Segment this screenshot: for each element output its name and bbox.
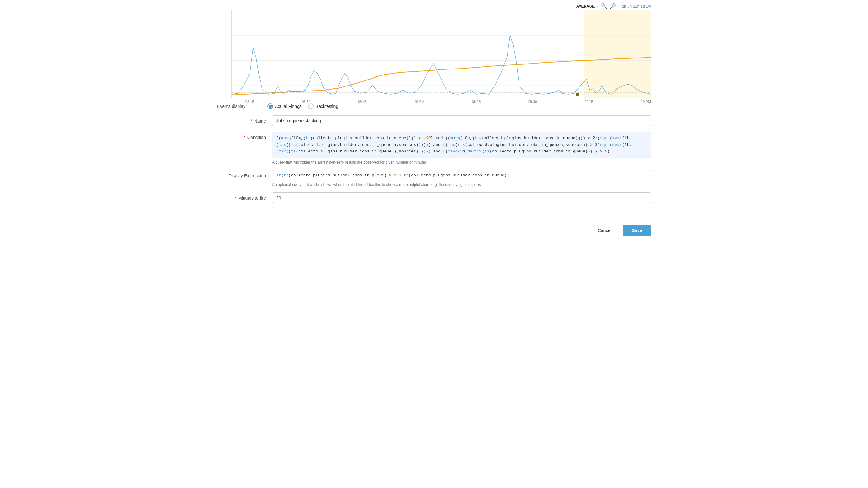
x-label-0945: 09:45: [585, 100, 593, 104]
condition-required-star: *: [244, 135, 245, 140]
radio-actual-firings-circle[interactable]: [268, 104, 273, 109]
name-label: * Name: [217, 115, 272, 123]
zoom-out-icon[interactable]: 🔎: [610, 3, 616, 9]
main-container: AVERAGE · 🔍 🔎 · 2h 6h 12h 1d 1w 7k 6k 5k…: [211, 0, 657, 243]
condition-hint: A query that will trigger the alert if n…: [272, 160, 651, 165]
chart-container: 7k 6k 5k 4k 3k 2k 1k 0: [231, 10, 651, 104]
button-row: Cancel Save: [217, 221, 651, 236]
save-button[interactable]: Save: [623, 225, 651, 236]
x-label-0930: 09:30: [528, 100, 537, 104]
time-link-2h[interactable]: 2h: [622, 4, 626, 8]
zoom-in-icon[interactable]: 🔍: [601, 3, 607, 9]
x-label-0915: 09:15: [472, 100, 481, 104]
dot-separator2: ·: [618, 4, 619, 8]
display-expression-label-text: Display Expression: [228, 173, 266, 178]
minutes-input[interactable]: [272, 193, 651, 203]
radio-backtesting-label: Backtesting: [315, 104, 338, 109]
condition-input[interactable]: ((mavg(10m,(ts(collectd.plugins.builder.…: [272, 132, 651, 158]
name-input[interactable]: [272, 115, 651, 126]
chart-area: 7k 6k 5k 4k 3k 2k 1k 0: [231, 10, 651, 98]
x-axis: 08:15 08:30 08:45 09 PM 09:15 09:30 09:4…: [245, 100, 651, 104]
minutes-required-star: *: [235, 196, 236, 201]
radio-backtesting[interactable]: Backtesting: [308, 104, 338, 109]
display-expression-label: Display Expression: [217, 170, 272, 178]
radio-backtesting-circle[interactable]: [308, 104, 314, 109]
minutes-label: * Minutes to fire: [217, 193, 272, 201]
time-link-12h[interactable]: 12h: [633, 4, 639, 8]
chart-header: AVERAGE · 🔍 🔎 · 2h 6h 12h 1d 1w: [217, 3, 651, 9]
x-label-10pm: 10 PM: [641, 100, 651, 104]
x-label-09pm: 09 PM: [414, 100, 424, 104]
radio-actual-firings-label: Actual Firings: [275, 104, 302, 109]
chart-svg: [231, 10, 651, 98]
x-label-0845: 08:45: [358, 100, 367, 104]
time-link-1d[interactable]: 1d: [641, 4, 645, 8]
average-label: AVERAGE: [576, 4, 595, 8]
events-display-row: Events display Actual Firings Backtestin…: [217, 104, 651, 109]
svg-point-8: [576, 93, 579, 96]
events-display-label: Events display: [217, 104, 261, 109]
time-link-6h[interactable]: 6h: [628, 4, 632, 8]
name-row: * Name: [217, 115, 651, 126]
cancel-button[interactable]: Cancel: [590, 225, 619, 236]
time-link-1w[interactable]: 1w: [646, 4, 651, 8]
display-expression-hint: An optional query that will be shown whe…: [272, 182, 651, 187]
name-label-text: Name: [254, 118, 266, 123]
condition-label: * Condition: [217, 132, 272, 140]
radio-actual-firings[interactable]: Actual Firings: [268, 104, 302, 109]
x-label-0830: 08:30: [302, 100, 310, 104]
minutes-row: * Minutes to fire: [217, 193, 651, 203]
dot-separator: ·: [597, 4, 598, 8]
display-expression-input[interactable]: if(ts(collectd.plugins.builder.jobs.in_q…: [272, 170, 651, 180]
time-range-links: 2h 6h 12h 1d 1w: [622, 4, 651, 8]
minutes-label-text: Minutes to fire: [238, 196, 266, 201]
form-section: Events display Actual Firings Backtestin…: [217, 104, 651, 212]
radio-group: Actual Firings Backtesting: [268, 104, 338, 109]
name-required-star: *: [250, 118, 252, 123]
condition-row: * Condition ((mavg(10m,(ts(collectd.plug…: [217, 132, 651, 165]
condition-label-text: Condition: [247, 135, 266, 140]
display-expression-row: Display Expression if(ts(collectd.plugin…: [217, 170, 651, 187]
x-label-0815: 08:15: [245, 100, 254, 104]
